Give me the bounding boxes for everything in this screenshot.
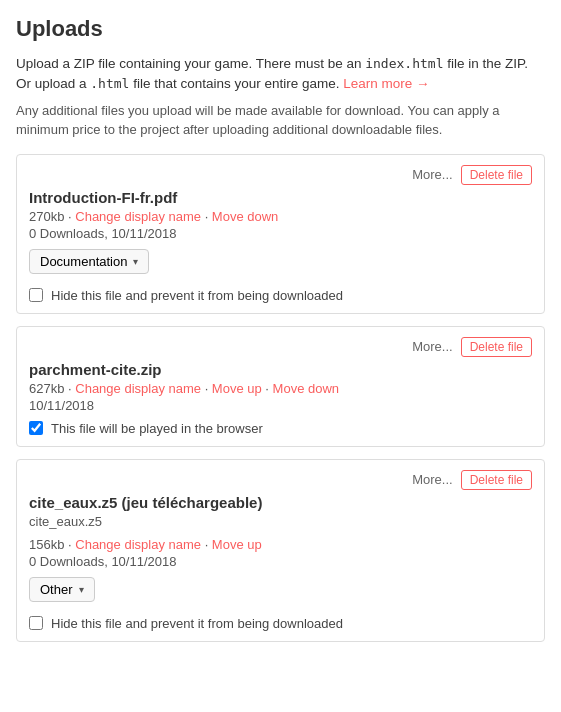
checkbox-label: This file will be played in the browser (51, 421, 263, 436)
file-actions: More...Delete file (412, 337, 532, 357)
checkbox-label: Hide this file and prevent it from being… (51, 616, 343, 631)
category-dropdown[interactable]: Other▾ (29, 577, 95, 602)
file-checkbox[interactable] (29, 616, 43, 630)
move-up-link[interactable]: Move up (212, 537, 262, 552)
change-display-name-link[interactable]: Change display name (75, 209, 201, 224)
file-name: Introduction-FI-fr.pdf (29, 189, 532, 206)
learn-more-link[interactable]: Learn more → (343, 76, 429, 91)
file-actions: More...Delete file (412, 165, 532, 185)
file-actions: More...Delete file (412, 470, 532, 490)
delete-file-button[interactable]: Delete file (461, 470, 532, 490)
file-meta: 270kb · Change display name · Move down (29, 209, 532, 224)
file-sub-name: cite_eaux.z5 (29, 514, 532, 529)
checkbox-row: Hide this file and prevent it from being… (29, 616, 532, 631)
chevron-down-icon: ▾ (79, 584, 84, 595)
file-meta: 156kb · Change display name · Move up (29, 537, 532, 552)
page-description: Upload a ZIP file containing your game. … (16, 54, 545, 95)
more-button[interactable]: More... (412, 339, 452, 354)
move-down-link[interactable]: Move down (273, 381, 339, 396)
file-date: 0 Downloads, 10/11/2018 (29, 554, 532, 569)
checkbox-row: Hide this file and prevent it from being… (29, 288, 532, 303)
files-list: More...Delete fileIntroduction-FI-fr.pdf… (16, 154, 545, 642)
file-checkbox[interactable] (29, 421, 43, 435)
category-dropdown[interactable]: Documentation▾ (29, 249, 149, 274)
file-name: parchment-cite.zip (29, 361, 532, 378)
page-title: Uploads (16, 16, 545, 42)
file-card-header: More...Delete file (29, 337, 532, 357)
file-size: 156kb · (29, 537, 75, 552)
chevron-down-icon: ▾ (133, 256, 138, 267)
change-display-name-link[interactable]: Change display name (75, 537, 201, 552)
more-button[interactable]: More... (412, 167, 452, 182)
file-checkbox[interactable] (29, 288, 43, 302)
move-up-link[interactable]: Move up (212, 381, 262, 396)
more-button[interactable]: More... (412, 472, 452, 487)
checkbox-label: Hide this file and prevent it from being… (51, 288, 343, 303)
file-card-header: More...Delete file (29, 470, 532, 490)
file-card: More...Delete fileparchment-cite.zip627k… (16, 326, 545, 447)
delete-file-button[interactable]: Delete file (461, 165, 532, 185)
file-card-header: More...Delete file (29, 165, 532, 185)
checkbox-row: This file will be played in the browser (29, 421, 532, 436)
change-display-name-link[interactable]: Change display name (75, 381, 201, 396)
file-name: cite_eaux.z5 (jeu téléchargeable) (29, 494, 532, 511)
file-date: 10/11/2018 (29, 398, 532, 413)
file-card: More...Delete fileIntroduction-FI-fr.pdf… (16, 154, 545, 314)
file-date: 0 Downloads, 10/11/2018 (29, 226, 532, 241)
file-meta: 627kb · Change display name · Move up · … (29, 381, 532, 396)
delete-file-button[interactable]: Delete file (461, 337, 532, 357)
category-label: Other (40, 582, 73, 597)
sub-description: Any additional files you upload will be … (16, 101, 545, 140)
desc-text-1: Upload a ZIP file containing your game. … (16, 56, 528, 91)
category-label: Documentation (40, 254, 127, 269)
file-size: 270kb · (29, 209, 75, 224)
file-size: 627kb · (29, 381, 75, 396)
file-card: More...Delete filecite_eaux.z5 (jeu télé… (16, 459, 545, 642)
move-down-link[interactable]: Move down (212, 209, 278, 224)
